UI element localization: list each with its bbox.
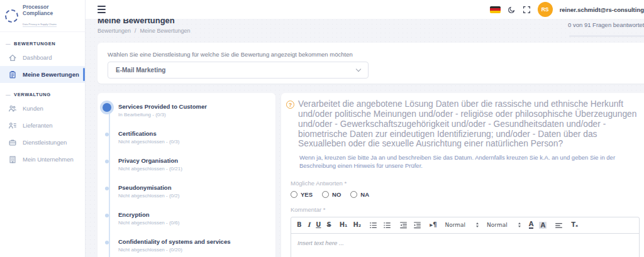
- sidebar-item-label: Dashboard: [23, 54, 52, 61]
- sidebar-item-lieferanten[interactable]: Lieferanten: [0, 117, 85, 134]
- text-direction-button[interactable]: ▸¶: [430, 221, 436, 229]
- answer-option-no[interactable]: NO: [322, 191, 341, 198]
- answer-option-na[interactable]: NA: [350, 191, 369, 198]
- menu-toggle-button[interactable]: [97, 6, 106, 13]
- service-select-label: Wählen Sie eine Dienstleistung für welch…: [108, 51, 644, 58]
- breadcrumb-current[interactable]: Meine Bewertungen: [140, 28, 191, 34]
- question-text: Verarbeitet die angebotene Lösung Daten …: [298, 99, 643, 149]
- service-select[interactable]: E-Mail Marketing: [108, 62, 369, 79]
- service-select-value: E-Mail Marketing: [116, 67, 165, 74]
- avatar[interactable]: RS: [538, 2, 553, 17]
- outdent-icon[interactable]: [399, 221, 408, 229]
- clipboard-icon: [8, 70, 17, 79]
- building-icon: [8, 155, 17, 164]
- answer-option-yes[interactable]: YES: [291, 191, 313, 198]
- dropdown-arrows-icon: [518, 222, 521, 227]
- step-dot-icon: [103, 184, 111, 193]
- step-status: Nicht abgeschlossen - (0/3): [118, 139, 179, 145]
- user-email[interactable]: reiner.schmidt@rs-consulting: [560, 6, 644, 13]
- sidebar-section-bewertungen[interactable]: — BEWERTUNGEN: [6, 41, 85, 46]
- breadcrumb-parent[interactable]: Bewertungen: [97, 28, 131, 34]
- editor-toolbar: B I U S H₁ H₂: [291, 217, 639, 234]
- question-card: Verarbeitet die angebotene Lösung Daten …: [281, 93, 644, 257]
- step-status: In Bearbeitung - (0/3): [118, 112, 207, 118]
- step-status: Nicht abgeschlossen - (0/20): [118, 247, 230, 253]
- step-pseudonymisation[interactable]: Pseudonymisation Nicht abgeschlossen - (…: [103, 184, 269, 199]
- section-label: BEWERTUNGEN: [14, 41, 55, 46]
- italic-button[interactable]: I: [308, 221, 311, 229]
- breadcrumb: Bewertungen / Meine Bewertungen: [97, 28, 191, 34]
- sidebar-item-kunden[interactable]: Kunden: [0, 100, 85, 117]
- step-services-provided[interactable]: Services Provided to Customer In Bearbei…: [103, 103, 269, 118]
- comment-label: Kommentar *: [291, 206, 644, 213]
- sidebar-section-verwaltung[interactable]: — VERWALTUNG: [6, 92, 85, 97]
- radio-no[interactable]: [322, 191, 329, 198]
- service-filter-card: Wählen Sie eine Dienstleistung für welch…: [97, 43, 644, 84]
- answer-options: YES NO NA: [291, 191, 644, 198]
- sidebar-item-label: Meine Bewertungen: [23, 71, 79, 78]
- answer-label: YES: [301, 191, 313, 198]
- users-icon: [8, 104, 17, 113]
- section-collapse-icon: —: [6, 92, 11, 97]
- brand-logo-icon: [5, 9, 18, 23]
- supplier-icon: [8, 121, 17, 130]
- text-color-button[interactable]: A: [529, 221, 534, 229]
- sidebar-item-label: Kunden: [23, 105, 43, 112]
- step-dot-icon: [100, 101, 114, 114]
- step-dot-icon: [103, 238, 111, 247]
- header-1-button[interactable]: H₁: [340, 221, 348, 229]
- comment-input[interactable]: Insert text here ...: [291, 234, 639, 257]
- topbar: RS reiner.schmidt@rs-consulting: [86, 0, 644, 19]
- brand-tagline: Data Privacy in Supply Chains: [23, 23, 57, 27]
- section-collapse-icon: —: [6, 41, 11, 46]
- questions-progress-bar: [569, 35, 644, 37]
- header-2-button[interactable]: H₂: [353, 221, 361, 229]
- step-encryption[interactable]: Encryption Nicht abgeschlossen - (0/6): [103, 211, 269, 226]
- bold-button[interactable]: B: [297, 221, 302, 229]
- sidebar: Processor Compliance Data Privacy in Sup…: [0, 0, 86, 257]
- step-status: Nicht abgeschlossen - (0/21): [118, 166, 182, 172]
- underline-button[interactable]: U: [316, 221, 321, 229]
- sidebar-item-label: Mein Unternehmen: [23, 156, 74, 163]
- step-certifications[interactable]: Certifications Nicht abgeschlossen - (0/…: [103, 130, 269, 145]
- step-dot-icon: [103, 130, 111, 139]
- step-title: Confidentiality of systems and services: [118, 238, 230, 245]
- step-privacy-organisation[interactable]: Privacy Organisation Nicht abgeschlossen…: [103, 157, 269, 172]
- clear-formatting-button[interactable]: Tₓ: [571, 221, 578, 229]
- language-flag-icon[interactable]: [490, 6, 501, 13]
- font-select-value: Normal: [445, 222, 466, 228]
- home-icon: [8, 53, 17, 62]
- dark-mode-icon[interactable]: [508, 6, 516, 14]
- indent-icon[interactable]: [413, 221, 421, 229]
- size-select-value: Normal: [487, 222, 508, 228]
- strikethrough-button[interactable]: S: [326, 221, 331, 229]
- step-title: Privacy Organisation: [118, 157, 182, 164]
- align-icon[interactable]: [555, 221, 563, 229]
- step-title: Services Provided to Customer: [118, 103, 207, 110]
- dropdown-arrows-icon: [476, 222, 479, 227]
- step-dot-icon: [103, 157, 111, 166]
- step-confidentiality[interactable]: Confidentiality of systems and services …: [103, 238, 269, 253]
- assessment-sections-card: Services Provided to Customer In Bearbei…: [97, 93, 275, 257]
- step-dot-icon: [103, 211, 111, 220]
- radio-yes[interactable]: [291, 191, 297, 198]
- font-select[interactable]: Normal: [445, 222, 479, 228]
- sidebar-item-dienstleistungen[interactable]: Dienstleistungen: [0, 134, 85, 151]
- bullet-list-icon[interactable]: [383, 221, 391, 229]
- step-title: Pseudonymisation: [118, 184, 179, 191]
- answer-label: NA: [360, 191, 369, 198]
- section-label: VERWALTUNG: [14, 92, 51, 97]
- sidebar-item-label: Dienstleistungen: [23, 139, 67, 146]
- fullscreen-icon[interactable]: [523, 6, 531, 14]
- sidebar-item-dashboard[interactable]: Dashboard: [0, 49, 85, 66]
- sidebar-item-mein-unternehmen[interactable]: Mein Unternehmen: [0, 151, 85, 168]
- sidebar-item-label: Lieferanten: [23, 122, 53, 129]
- radio-na[interactable]: [350, 191, 357, 198]
- sidebar-item-meine-bewertungen[interactable]: Meine Bewertungen: [0, 66, 85, 83]
- size-select[interactable]: Normal: [487, 222, 521, 228]
- step-status: Nicht abgeschlossen - (0/2): [118, 193, 179, 199]
- answer-label: NO: [332, 191, 341, 198]
- brand-logo[interactable]: Processor Compliance Data Privacy in Sup…: [0, 0, 85, 32]
- ordered-list-icon[interactable]: [369, 221, 377, 229]
- background-color-button[interactable]: A: [539, 222, 547, 229]
